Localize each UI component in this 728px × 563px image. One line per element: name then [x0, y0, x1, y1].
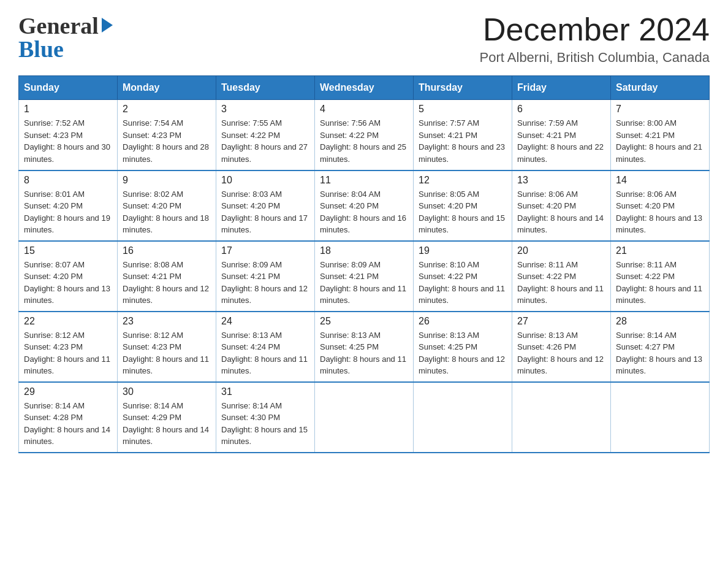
calendar-cell: 23 Sunrise: 8:12 AM Sunset: 4:23 PM Dayl… [118, 312, 216, 382]
day-number: 9 [123, 175, 211, 186]
day-number: 11 [320, 175, 408, 186]
day-info: Sunrise: 7:55 AM Sunset: 4:22 PM Dayligh… [221, 117, 309, 165]
day-info: Sunrise: 7:54 AM Sunset: 4:23 PM Dayligh… [123, 117, 211, 165]
daylight-label: Daylight: 8 hours and 12 minutes. [123, 284, 209, 305]
daylight-label: Daylight: 8 hours and 11 minutes. [320, 354, 406, 376]
calendar-table: SundayMondayTuesdayWednesdayThursdayFrid… [18, 75, 710, 453]
day-number: 6 [517, 104, 605, 115]
sunrise-label: Sunrise: 8:01 AM [24, 190, 85, 199]
logo-blue-text: Blue [18, 36, 64, 63]
weekday-header-thursday: Thursday [414, 76, 512, 100]
sunrise-label: Sunrise: 7:54 AM [123, 118, 183, 128]
sunrise-label: Sunrise: 8:04 AM [320, 190, 381, 199]
sunset-label: Sunset: 4:30 PM [221, 413, 280, 422]
sunset-label: Sunset: 4:20 PM [221, 201, 280, 210]
sunrise-label: Sunrise: 7:52 AM [24, 118, 85, 128]
day-info: Sunrise: 8:00 AM Sunset: 4:21 PM Dayligh… [616, 117, 704, 165]
sunset-label: Sunset: 4:20 PM [320, 201, 379, 210]
day-number: 10 [221, 175, 309, 186]
day-number: 19 [419, 245, 507, 256]
sunrise-label: Sunrise: 8:14 AM [123, 401, 183, 410]
calendar-cell: 18 Sunrise: 8:09 AM Sunset: 4:21 PM Dayl… [315, 241, 414, 312]
weekday-header-monday: Monday [118, 76, 216, 100]
sunset-label: Sunset: 4:24 PM [221, 342, 280, 351]
sunrise-label: Sunrise: 8:14 AM [24, 401, 85, 410]
calendar-cell: 10 Sunrise: 8:03 AM Sunset: 4:20 PM Dayl… [216, 170, 315, 241]
day-number: 29 [24, 386, 112, 397]
daylight-label: Daylight: 8 hours and 25 minutes. [320, 142, 406, 164]
sunrise-label: Sunrise: 7:56 AM [320, 118, 381, 128]
month-title: December 2024 [480, 12, 710, 47]
day-number: 16 [123, 245, 211, 256]
calendar-cell: 29 Sunrise: 8:14 AM Sunset: 4:28 PM Dayl… [19, 382, 118, 453]
day-number: 15 [24, 245, 112, 256]
calendar-cell: 20 Sunrise: 8:11 AM Sunset: 4:22 PM Dayl… [512, 241, 611, 312]
sunrise-label: Sunrise: 8:13 AM [320, 331, 381, 340]
daylight-label: Daylight: 8 hours and 15 minutes. [419, 213, 505, 235]
sunset-label: Sunset: 4:22 PM [419, 272, 477, 281]
day-info: Sunrise: 8:13 AM Sunset: 4:25 PM Dayligh… [419, 329, 507, 377]
day-info: Sunrise: 8:13 AM Sunset: 4:26 PM Dayligh… [517, 329, 605, 377]
day-info: Sunrise: 8:11 AM Sunset: 4:22 PM Dayligh… [517, 259, 605, 307]
daylight-label: Daylight: 8 hours and 11 minutes. [221, 354, 308, 376]
daylight-label: Daylight: 8 hours and 11 minutes. [517, 284, 604, 305]
calendar-week-row: 29 Sunrise: 8:14 AM Sunset: 4:28 PM Dayl… [19, 382, 710, 453]
day-number: 28 [616, 316, 704, 327]
calendar-cell: 31 Sunrise: 8:14 AM Sunset: 4:30 PM Dayl… [216, 382, 315, 453]
sunset-label: Sunset: 4:23 PM [123, 131, 181, 140]
daylight-label: Daylight: 8 hours and 28 minutes. [123, 142, 209, 164]
day-info: Sunrise: 7:59 AM Sunset: 4:21 PM Dayligh… [517, 117, 605, 165]
calendar-cell [512, 382, 611, 453]
day-number: 31 [221, 386, 309, 397]
calendar-cell: 2 Sunrise: 7:54 AM Sunset: 4:23 PM Dayli… [118, 100, 216, 170]
calendar-cell: 16 Sunrise: 8:08 AM Sunset: 4:21 PM Dayl… [118, 241, 216, 312]
day-info: Sunrise: 8:08 AM Sunset: 4:21 PM Dayligh… [123, 259, 211, 307]
day-info: Sunrise: 8:06 AM Sunset: 4:20 PM Dayligh… [616, 188, 704, 236]
daylight-label: Daylight: 8 hours and 18 minutes. [123, 213, 209, 235]
day-info: Sunrise: 8:01 AM Sunset: 4:20 PM Dayligh… [24, 188, 112, 236]
sunset-label: Sunset: 4:21 PM [517, 131, 576, 140]
logo: General Blue [18, 12, 113, 63]
day-info: Sunrise: 8:14 AM Sunset: 4:27 PM Dayligh… [616, 329, 704, 377]
calendar-cell: 5 Sunrise: 7:57 AM Sunset: 4:21 PM Dayli… [414, 100, 512, 170]
daylight-label: Daylight: 8 hours and 13 minutes. [616, 213, 702, 235]
calendar-cell: 28 Sunrise: 8:14 AM Sunset: 4:27 PM Dayl… [611, 312, 710, 382]
sunset-label: Sunset: 4:21 PM [221, 272, 280, 281]
day-number: 25 [320, 316, 408, 327]
calendar-cell: 4 Sunrise: 7:56 AM Sunset: 4:22 PM Dayli… [315, 100, 414, 170]
sunset-label: Sunset: 4:25 PM [419, 342, 477, 351]
calendar-cell: 1 Sunrise: 7:52 AM Sunset: 4:23 PM Dayli… [19, 100, 118, 170]
calendar-week-row: 8 Sunrise: 8:01 AM Sunset: 4:20 PM Dayli… [19, 170, 710, 241]
sunset-label: Sunset: 4:28 PM [24, 413, 83, 422]
sunrise-label: Sunrise: 8:13 AM [419, 331, 479, 340]
weekday-header-tuesday: Tuesday [216, 76, 315, 100]
calendar-cell: 30 Sunrise: 8:14 AM Sunset: 4:29 PM Dayl… [118, 382, 216, 453]
day-info: Sunrise: 8:12 AM Sunset: 4:23 PM Dayligh… [123, 329, 211, 377]
calendar-cell: 11 Sunrise: 8:04 AM Sunset: 4:20 PM Dayl… [315, 170, 414, 241]
weekday-header-saturday: Saturday [611, 76, 710, 100]
logo-triangle-icon [102, 18, 113, 33]
sunset-label: Sunset: 4:23 PM [24, 131, 83, 140]
sunrise-label: Sunrise: 8:00 AM [616, 118, 677, 128]
daylight-label: Daylight: 8 hours and 13 minutes. [24, 284, 110, 305]
sunset-label: Sunset: 4:29 PM [123, 413, 181, 422]
sunset-label: Sunset: 4:20 PM [616, 201, 675, 210]
day-info: Sunrise: 8:09 AM Sunset: 4:21 PM Dayligh… [221, 259, 309, 307]
sunrise-label: Sunrise: 8:09 AM [320, 260, 381, 269]
sunrise-label: Sunrise: 8:11 AM [616, 260, 677, 269]
sunrise-label: Sunrise: 7:59 AM [517, 118, 578, 128]
sunrise-label: Sunrise: 8:08 AM [123, 260, 183, 269]
weekday-header-row: SundayMondayTuesdayWednesdayThursdayFrid… [19, 76, 710, 100]
daylight-label: Daylight: 8 hours and 11 minutes. [24, 354, 110, 376]
day-number: 7 [616, 104, 704, 115]
calendar-cell: 25 Sunrise: 8:13 AM Sunset: 4:25 PM Dayl… [315, 312, 414, 382]
calendar-week-row: 1 Sunrise: 7:52 AM Sunset: 4:23 PM Dayli… [19, 100, 710, 170]
sunset-label: Sunset: 4:23 PM [24, 342, 83, 351]
sunrise-label: Sunrise: 8:02 AM [123, 190, 183, 199]
day-number: 13 [517, 175, 605, 186]
sunrise-label: Sunrise: 8:10 AM [419, 260, 479, 269]
day-info: Sunrise: 7:52 AM Sunset: 4:23 PM Dayligh… [24, 117, 112, 165]
daylight-label: Daylight: 8 hours and 14 minutes. [24, 425, 110, 446]
daylight-label: Daylight: 8 hours and 15 minutes. [221, 425, 308, 446]
day-info: Sunrise: 8:09 AM Sunset: 4:21 PM Dayligh… [320, 259, 408, 307]
